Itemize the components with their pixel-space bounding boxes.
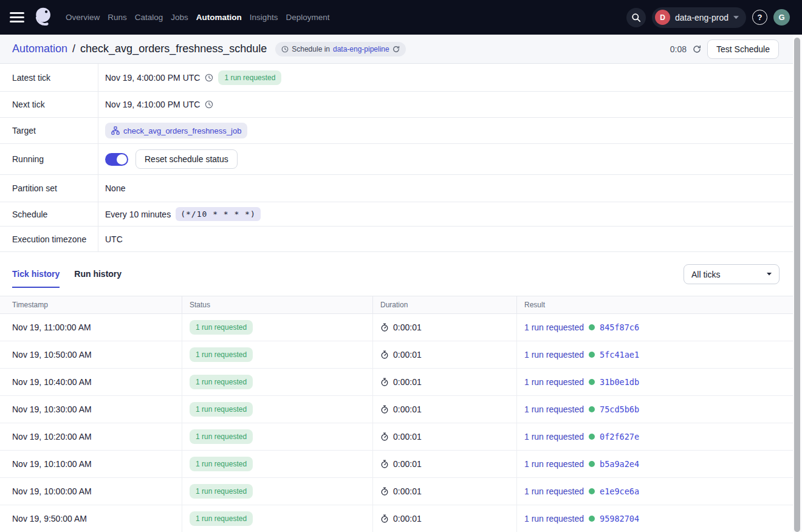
stopwatch-icon [380, 405, 389, 414]
run-status-dot [589, 406, 595, 412]
result-runs-link[interactable]: 1 run requested [524, 459, 584, 469]
run-status-dot [589, 461, 595, 467]
tick-status-badge: 1 run requested [190, 429, 253, 444]
result-runs-link[interactable]: 1 run requested [524, 322, 584, 332]
detail-label: Running [0, 144, 98, 174]
tick-timestamp: Nov 19, 10:20:00 AM [12, 432, 92, 442]
target-job-link[interactable]: check_avg_orders_freshness_job [105, 123, 247, 138]
tab-tick-history[interactable]: Tick history [12, 252, 60, 288]
code-location-link[interactable]: data-eng-pipeline [333, 45, 389, 53]
stopwatch-icon [380, 487, 389, 496]
deployment-switcher[interactable]: D data-eng-prod [652, 7, 746, 28]
refresh-icon[interactable] [392, 46, 400, 53]
run-status-dot [589, 488, 595, 494]
stopwatch-icon [380, 378, 389, 386]
tick-duration: 0:00:01 [393, 377, 422, 387]
tab-run-history[interactable]: Run history [74, 252, 122, 288]
deployment-avatar: D [655, 10, 670, 25]
nav-item-insights[interactable]: Insights [250, 13, 278, 22]
run-status-dot [589, 516, 595, 522]
run-id-link[interactable]: 31b0e1db [600, 377, 639, 387]
tick-timestamp: Nov 19, 11:00:00 AM [12, 322, 91, 332]
tick-duration: 0:00:01 [393, 432, 422, 442]
table-row: Nov 19, 10:50:00 AM 1 run requested 0:00… [0, 341, 793, 369]
nav-item-catalog[interactable]: Catalog [135, 13, 163, 22]
detail-label: Execution timezone [0, 227, 98, 251]
search-icon [631, 13, 641, 22]
tick-history-table: Timestamp Status Duration Result Nov 19,… [0, 296, 793, 532]
table-header: Timestamp Status Duration Result [0, 296, 793, 314]
run-id-link[interactable]: 5fc41ae1 [600, 350, 639, 360]
nav-item-jobs[interactable]: Jobs [171, 13, 188, 22]
nav-links: OverviewRunsCatalogJobsAutomationInsight… [66, 13, 329, 22]
breadcrumb-bar: Automation / check_avg_orders_freshness_… [0, 35, 793, 64]
clock-icon [281, 46, 289, 53]
result-runs-link[interactable]: 1 run requested [524, 377, 584, 387]
dagster-logo[interactable] [32, 5, 56, 30]
table-row: Nov 19, 10:20:00 AM 1 run requested 0:00… [0, 423, 793, 451]
test-schedule-button[interactable]: Test Schedule [707, 39, 779, 59]
column-header-status: Status [182, 296, 373, 313]
next-tick-timestamp: Nov 19, 4:10:00 PM UTC [105, 100, 200, 109]
table-row: Nov 19, 10:30:00 AM 1 run requested 0:00… [0, 396, 793, 423]
search-button[interactable] [626, 8, 646, 27]
stopwatch-icon [380, 514, 389, 523]
result-runs-link[interactable]: 1 run requested [524, 432, 584, 442]
detail-row-target: Target check_avg_orders_freshness_job [0, 118, 793, 144]
tick-status-badge: 1 run requested [190, 511, 253, 526]
user-avatar[interactable]: G [773, 9, 790, 26]
detail-row-partition-set: Partition set None [0, 175, 793, 202]
detail-label: Next tick [0, 92, 98, 117]
stopwatch-icon [380, 432, 389, 441]
help-button[interactable]: ? [752, 10, 767, 25]
result-runs-link[interactable]: 1 run requested [524, 514, 584, 523]
detail-label: Latest tick [0, 64, 98, 91]
table-row: Nov 19, 9:50:00 AM 1 run requested 0:00:… [0, 505, 793, 532]
run-id-link[interactable]: b5a9a2e4 [600, 459, 639, 469]
result-runs-link[interactable]: 1 run requested [524, 404, 584, 414]
tick-duration: 0:00:01 [393, 486, 422, 496]
tick-filter-value: All ticks [691, 270, 720, 279]
nav-item-automation[interactable]: Automation [196, 13, 242, 22]
run-id-link[interactable]: 95982704 [600, 514, 639, 523]
scrollbar-track[interactable] [793, 35, 802, 532]
run-id-link[interactable]: 845f87c6 [600, 322, 639, 332]
nav-item-overview[interactable]: Overview [66, 13, 100, 22]
run-id-link[interactable]: 75cd5b6b [600, 404, 639, 414]
result-runs-link[interactable]: 1 run requested [524, 350, 584, 360]
detail-row-schedule: Schedule Every 10 minutes (*/10 * * * *) [0, 202, 793, 227]
tick-status-badge: 1 run requested [190, 375, 253, 389]
tick-timestamp: Nov 19, 10:00:00 AM [12, 486, 92, 496]
schedule-description: Every 10 minutes [105, 210, 171, 219]
deployment-name: data-eng-prod [675, 13, 728, 22]
result-runs-link[interactable]: 1 run requested [524, 486, 584, 496]
nav-item-deployment[interactable]: Deployment [286, 13, 329, 22]
tick-filter-select[interactable]: All ticks [684, 264, 780, 284]
clock-icon [205, 100, 213, 109]
table-row: Nov 19, 10:00:00 AM 1 run requested 0:00… [0, 478, 793, 505]
tick-timestamp: Nov 19, 10:50:00 AM [12, 350, 92, 360]
tick-status-badge: 1 run requested [190, 402, 253, 417]
tick-timestamp: Nov 19, 10:40:00 AM [12, 377, 92, 387]
running-toggle[interactable] [105, 153, 128, 166]
run-status-dot [589, 434, 595, 440]
table-row: Nov 19, 10:40:00 AM 1 run requested 0:00… [0, 369, 793, 396]
breadcrumb-separator: / [72, 43, 75, 55]
refresh-icon[interactable] [693, 45, 701, 53]
run-id-link[interactable]: 0f2f627e [600, 432, 639, 442]
chevron-down-icon [767, 273, 772, 276]
tick-timestamp: Nov 19, 9:50:00 AM [12, 514, 87, 523]
vertical-scrollbar-thumb[interactable] [794, 38, 800, 532]
hamburger-menu-icon[interactable] [10, 10, 24, 26]
breadcrumb-automation-link[interactable]: Automation [12, 43, 67, 55]
reset-schedule-status-button[interactable]: Reset schedule status [135, 149, 238, 169]
target-job-name: check_avg_orders_freshness_job [123, 126, 241, 135]
detail-label: Target [0, 118, 98, 143]
execution-timezone-value: UTC [105, 234, 123, 244]
nav-item-runs[interactable]: Runs [108, 13, 127, 22]
run-id-link[interactable]: e1e9ce6a [600, 486, 639, 496]
schedule-location-badge: Schedule in data-eng-pipeline [275, 42, 405, 56]
cron-expression-badge: (*/10 * * * *) [176, 207, 261, 221]
schedule-details: Latest tick Nov 19, 4:00:00 PM UTC 1 run… [0, 64, 793, 252]
table-body: Nov 19, 11:00:00 AM 1 run requested 0:00… [0, 314, 793, 532]
